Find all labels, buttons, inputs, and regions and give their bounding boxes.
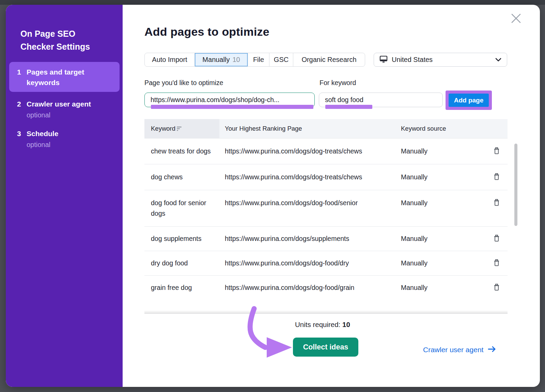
row-source: Manually bbox=[401, 198, 486, 208]
chevron-down-icon bbox=[495, 58, 501, 64]
region-select-value: United States bbox=[392, 56, 433, 64]
keyword-highlight-annotation bbox=[325, 105, 372, 109]
step-number: 2 bbox=[17, 99, 21, 109]
table-row: grain free dog https://www.purina.com/do… bbox=[144, 275, 508, 300]
delete-row-button[interactable] bbox=[493, 199, 500, 208]
add-page-highlight-annotation: Add page bbox=[446, 91, 492, 110]
row-keyword: grain free dog bbox=[151, 282, 212, 293]
row-keyword: dry dog food bbox=[151, 258, 212, 268]
close-icon[interactable] bbox=[510, 12, 522, 24]
step-label: Schedule bbox=[27, 128, 100, 139]
table-row: chew treats for dogs https://www.purina.… bbox=[144, 138, 508, 164]
keywords-table: Keyword Your Highest Ranking Page Keywor… bbox=[144, 119, 508, 314]
tab-label: Auto Import bbox=[152, 56, 187, 64]
row-url: https://www.purina.com/dogs/dog-food/dry bbox=[225, 258, 388, 268]
region-select[interactable]: United States bbox=[374, 53, 507, 67]
row-source: Manually bbox=[401, 282, 486, 293]
tab-count-badge: 10 bbox=[232, 56, 240, 64]
tab-label: Organic Research bbox=[301, 56, 356, 64]
step-label: Pages and target keywords bbox=[27, 67, 100, 88]
column-header-keyword[interactable]: Keyword bbox=[144, 119, 219, 138]
arrow-right-icon bbox=[487, 346, 496, 354]
settings-sidebar: On Page SEO Checker Settings 1 Pages and… bbox=[6, 5, 123, 387]
sidebar-title: On Page SEO Checker Settings bbox=[20, 27, 100, 53]
monitor-icon bbox=[379, 55, 388, 64]
table-row: dog chews https://www.purina.com/dogs/do… bbox=[144, 164, 508, 190]
keyword-input-value: soft dog food bbox=[325, 96, 363, 104]
table-row: dry dog food https://www.purina.com/dogs… bbox=[144, 251, 508, 275]
step-number: 1 bbox=[17, 67, 21, 77]
crawler-user-agent-link[interactable]: Crawler user agent bbox=[423, 346, 496, 354]
tab-gsc[interactable]: GSC bbox=[269, 53, 293, 66]
delete-row-button[interactable] bbox=[493, 234, 500, 243]
row-url: https://www.purina.com/dogs/dog-food/sen… bbox=[225, 198, 388, 208]
sort-icon bbox=[177, 127, 182, 133]
step-optional-label: optional bbox=[27, 110, 50, 120]
units-required-value: 10 bbox=[342, 321, 350, 328]
delete-row-button[interactable] bbox=[493, 259, 500, 268]
units-required-label: Units required: bbox=[295, 321, 340, 328]
row-keyword: dog food for senior dogs bbox=[151, 198, 212, 219]
row-keyword: chew treats for dogs bbox=[151, 146, 212, 157]
collect-ideas-button[interactable]: Collect ideas bbox=[293, 338, 358, 357]
seo-checker-settings-modal: On Page SEO Checker Settings 1 Pages and… bbox=[6, 5, 540, 387]
tab-file[interactable]: File bbox=[248, 53, 269, 66]
add-page-button[interactable]: Add page bbox=[449, 94, 489, 107]
tab-manually[interactable]: Manually 10 bbox=[195, 53, 248, 66]
delete-row-button[interactable] bbox=[493, 147, 500, 156]
table-body: chew treats for dogs https://www.purina.… bbox=[144, 138, 508, 314]
keyword-label: For keyword bbox=[320, 79, 356, 87]
row-url: https://www.purina.com/dogs/dog-food/gra… bbox=[225, 282, 388, 293]
table-row: dog food for senior dogs https://www.pur… bbox=[144, 190, 508, 226]
column-header-ranking-page: Your Highest Ranking Page bbox=[225, 119, 302, 138]
column-header-keyword-source: Keyword source bbox=[401, 119, 446, 138]
crawler-user-agent-link-label: Crawler user agent bbox=[423, 346, 483, 354]
row-url: https://www.purina.com/dogs/dog-treats/c… bbox=[225, 172, 388, 182]
tab-label: Manually bbox=[202, 56, 230, 64]
row-source: Manually bbox=[401, 146, 486, 157]
tab-auto-import[interactable]: Auto Import bbox=[145, 53, 195, 66]
delete-row-button[interactable] bbox=[493, 173, 500, 182]
step-label: Crawler user agent bbox=[27, 99, 100, 109]
row-source: Manually bbox=[401, 172, 486, 182]
column-header-label: Keyword bbox=[151, 119, 175, 138]
page-title: Add pages to optimize bbox=[144, 25, 269, 38]
window-top-bar bbox=[0, 0, 545, 5]
tab-label: GSC bbox=[274, 56, 289, 64]
tab-label: File bbox=[253, 56, 264, 64]
row-source: Manually bbox=[401, 258, 486, 268]
page-url-label: Page you'd like to optimize bbox=[144, 79, 223, 87]
row-keyword: dog chews bbox=[151, 172, 212, 182]
url-highlight-annotation bbox=[151, 105, 313, 109]
row-url: https://www.purina.com/dogs/dog-treats/c… bbox=[225, 146, 388, 157]
units-required-text: Units required: 10 bbox=[295, 321, 350, 329]
table-row: dog supplements https://www.purina.com/d… bbox=[144, 226, 508, 251]
page-url-input-value: https://www.purina.com/dogs/shop/dog-ch.… bbox=[151, 96, 279, 104]
table-header: Keyword Your Highest Ranking Page Keywor… bbox=[144, 119, 508, 138]
import-mode-tabs: Auto Import Manually 10 File GSC Organic… bbox=[144, 53, 365, 67]
row-url: https://www.purina.com/dogs/supplements bbox=[225, 233, 388, 244]
step-number: 3 bbox=[17, 128, 21, 139]
table-scrollbar[interactable] bbox=[514, 144, 517, 226]
row-source: Manually bbox=[401, 233, 486, 244]
table-scroll-shadow bbox=[144, 310, 508, 314]
step-optional-label: optional bbox=[27, 140, 50, 149]
row-keyword: dog supplements bbox=[151, 233, 212, 244]
tab-organic-research[interactable]: Organic Research bbox=[293, 53, 365, 66]
delete-row-button[interactable] bbox=[493, 283, 500, 292]
